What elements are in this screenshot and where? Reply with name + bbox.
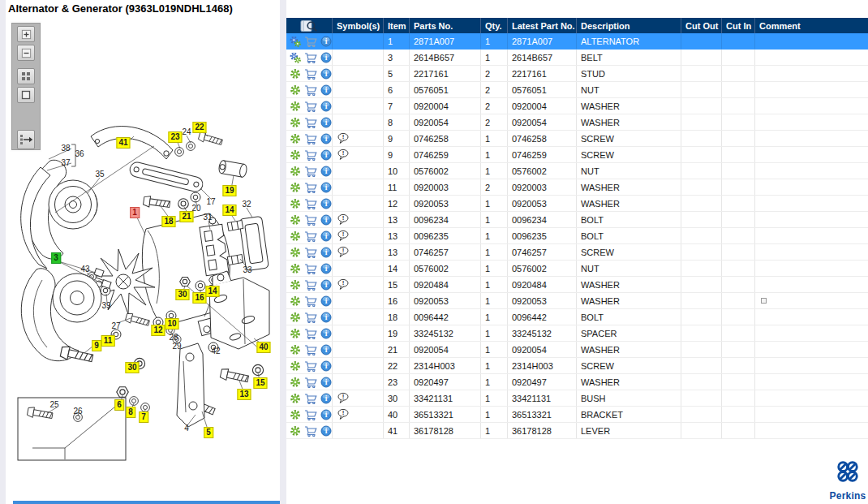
info-icon[interactable]: i	[320, 36, 332, 47]
gear-icon[interactable]	[290, 214, 301, 226]
table-row[interactable]: i8092005420920054WASHER	[286, 114, 868, 131]
cart-icon[interactable]	[304, 214, 317, 226]
cart-icon[interactable]	[304, 52, 317, 63]
gear-icon[interactable]	[290, 133, 301, 144]
info-icon[interactable]: i	[320, 247, 332, 258]
info-icon[interactable]: i	[320, 263, 332, 274]
gear-icon[interactable]	[290, 409, 301, 420]
gear-icon[interactable]	[290, 344, 301, 355]
gear-icon[interactable]	[290, 360, 301, 372]
info-icon[interactable]: i	[320, 133, 332, 144]
cart-icon[interactable]	[304, 328, 317, 339]
cart-icon[interactable]	[304, 84, 317, 96]
diagram-item-label-14[interactable]: 14	[205, 286, 219, 297]
cart-icon[interactable]	[304, 312, 317, 323]
diagram-item-label-18[interactable]: 18	[161, 216, 175, 227]
header-symbols[interactable]: Symbol(s)	[333, 18, 384, 33]
table-row[interactable]: i!13009623410096234BOLT	[286, 212, 868, 228]
gear-icon[interactable]	[290, 312, 301, 323]
cart-icon[interactable]	[304, 377, 317, 388]
diagram-item-label-3[interactable]: 3	[51, 252, 61, 264]
info-icon[interactable]: i	[320, 409, 332, 420]
table-row[interactable]: i16092005310920053WASHER	[286, 293, 868, 309]
gear-icon[interactable]	[290, 263, 301, 274]
diagram-item-label-13[interactable]: 13	[237, 389, 251, 400]
diagram-item-label-41[interactable]: 41	[116, 137, 130, 149]
diagram-item-label-10[interactable]: 10	[165, 318, 178, 330]
info-icon[interactable]: i	[320, 182, 332, 193]
overview-tiles-button[interactable]	[17, 68, 35, 84]
info-icon[interactable]: i	[320, 166, 332, 177]
cart-icon[interactable]	[304, 182, 317, 193]
table-row[interactable]: i!4036513321136513321BRACKET	[286, 407, 868, 423]
gear-icon[interactable]	[290, 149, 301, 161]
info-icon[interactable]: i	[320, 117, 332, 128]
table-row[interactable]: i14057600210576002NUT	[286, 261, 868, 277]
header-cut-out[interactable]: Cut Out	[681, 18, 722, 33]
diagram-item-label-1[interactable]: 1	[130, 207, 140, 218]
table-row[interactable]: i!9074625810746258SCREW	[286, 131, 868, 147]
zoom-in-button[interactable]	[17, 26, 35, 42]
gear-icon[interactable]	[290, 84, 301, 96]
header-comment[interactable]: Comment	[755, 18, 868, 33]
table-row[interactable]: i7092000420920004WASHER	[286, 98, 868, 114]
table-row[interactable]: i5221716122217161STUD	[286, 66, 868, 82]
cart-icon[interactable]	[304, 68, 317, 80]
gear-icon[interactable]	[290, 393, 301, 404]
cart-icon[interactable]	[304, 295, 317, 307]
cart-icon[interactable]	[304, 101, 317, 112]
parts-diagram[interactable]	[0, 0, 286, 504]
table-row[interactable]: i11092000320920003WASHER	[286, 179, 868, 196]
table-row[interactable]: i21092005410920054WASHER	[286, 342, 868, 358]
gear-icon[interactable]	[290, 230, 301, 242]
header-parts-no[interactable]: Parts No.	[410, 18, 481, 33]
table-row[interactable]: i23092049710920497WASHER	[286, 374, 868, 390]
info-icon[interactable]: i	[320, 360, 332, 372]
gears-icon[interactable]	[290, 52, 301, 63]
diagram-item-label-9[interactable]: 9	[92, 340, 101, 351]
cart-icon[interactable]	[304, 279, 317, 291]
diagram-item-label-30[interactable]: 30	[175, 289, 189, 300]
info-icon[interactable]: i	[320, 84, 332, 96]
gear-icon[interactable]	[290, 279, 301, 291]
diagram-item-label-12[interactable]: 12	[151, 325, 165, 336]
gear-icon[interactable]	[290, 247, 301, 258]
diagram-item-label-14[interactable]: 14	[222, 205, 236, 216]
info-icon[interactable]: i	[320, 198, 332, 209]
gear-icon[interactable]	[290, 166, 301, 177]
cart-icon[interactable]	[304, 117, 317, 128]
header-item[interactable]: Item	[384, 18, 410, 33]
header-cut-in[interactable]: Cut In	[722, 18, 755, 33]
info-icon[interactable]: i	[320, 230, 332, 242]
table-row[interactable]: i1933245132133245132SPACER	[286, 325, 868, 342]
info-icon[interactable]: i	[320, 52, 332, 63]
gear-icon[interactable]	[290, 117, 301, 128]
cart-icon[interactable]	[304, 133, 317, 144]
diagram-item-label-21[interactable]: 21	[179, 211, 193, 222]
info-icon[interactable]: i	[320, 101, 332, 112]
cart-icon[interactable]	[304, 166, 317, 177]
table-row[interactable]: i!9074625910746259SCREW	[286, 147, 868, 163]
info-icon[interactable]: i	[320, 425, 332, 437]
info-icon[interactable]: i	[320, 328, 332, 339]
info-icon[interactable]: i	[320, 312, 332, 323]
diagram-item-label-40[interactable]: 40	[256, 342, 270, 353]
table-row[interactable]: i32614B65712614B657BELT	[286, 50, 868, 66]
header-description[interactable]: Description	[577, 18, 681, 33]
gear-icon[interactable]	[290, 377, 301, 388]
table-row[interactable]: i12871A00712871A007ALTERNATOR	[286, 33, 868, 50]
info-icon[interactable]: i	[320, 377, 332, 388]
diagram-item-label-6[interactable]: 6	[114, 399, 124, 411]
cart-icon[interactable]	[304, 425, 317, 437]
cart-icon[interactable]	[304, 36, 317, 47]
gears-icon[interactable]	[290, 36, 301, 47]
table-row[interactable]: i!13009623510096235BOLT	[286, 228, 868, 244]
cart-icon[interactable]	[304, 230, 317, 242]
cart-icon[interactable]	[304, 263, 317, 274]
table-row[interactable]: i4136178128136178128LEVER	[286, 423, 868, 439]
actual-size-button[interactable]	[17, 87, 35, 103]
info-icon[interactable]: i	[320, 344, 332, 355]
table-row[interactable]: i12092005310920053WASHER	[286, 196, 868, 212]
gear-icon[interactable]	[290, 101, 301, 112]
gear-icon[interactable]	[290, 198, 301, 209]
